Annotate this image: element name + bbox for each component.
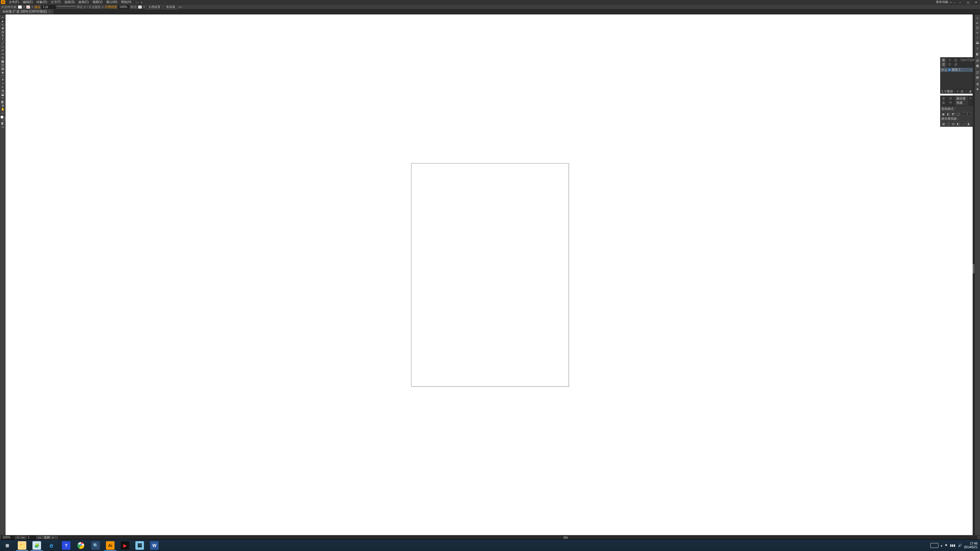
- tab-opentype[interactable]: OpenType: [959, 57, 976, 67]
- tool-eyedropper[interactable]: ≡: [0, 85, 5, 89]
- style-swatch[interactable]: [138, 5, 142, 9]
- stroke-weight-input[interactable]: [41, 5, 56, 9]
- status-menu-icon[interactable]: ▸: [52, 536, 54, 539]
- fill-swatch[interactable]: [18, 5, 22, 9]
- panel-menu-icon[interactable]: ≡: [976, 57, 980, 67]
- tool-expand-icon[interactable]: »: [0, 15, 5, 19]
- task-word[interactable]: W: [147, 540, 162, 551]
- style-dropdown-icon[interactable]: ▾: [143, 5, 145, 9]
- gutter-gradient-icon[interactable]: ↔: [975, 35, 980, 40]
- tool-graph[interactable]: ⌗: [0, 96, 5, 100]
- tool-hand[interactable]: ✋: [0, 107, 5, 111]
- tool-slice[interactable]: ⊘: [0, 103, 5, 107]
- screen-mode-icon[interactable]: ▭: [0, 125, 5, 129]
- tool-artboard[interactable]: ◧: [0, 100, 5, 103]
- gutter-swatches-icon[interactable]: ◫: [975, 25, 980, 30]
- minimize-button[interactable]: ─: [957, 0, 963, 4]
- gutter-transparency-icon[interactable]: ⬓: [975, 40, 980, 45]
- workspace-dropdown-icon[interactable]: ▾: [950, 1, 951, 4]
- minus-back-icon[interactable]: ◨: [966, 122, 970, 125]
- tab-transform[interactable]: 变换: [940, 96, 948, 106]
- flag-icon[interactable]: ⚑: [945, 544, 948, 547]
- tab-pathfinder[interactable]: 路径查找器: [955, 96, 968, 106]
- menu-type[interactable]: 文字(T): [49, 0, 63, 4]
- tool-rectangle[interactable]: ▭: [0, 45, 5, 48]
- align-icon[interactable]: ⫞▾: [178, 5, 181, 9]
- task-explorer[interactable]: 📁: [15, 540, 29, 551]
- tool-direct-selection[interactable]: ↖: [0, 23, 5, 26]
- menu-file[interactable]: 文件(F): [7, 0, 21, 4]
- exclude-icon[interactable]: ◫: [956, 112, 960, 116]
- ime-icon[interactable]: [931, 543, 939, 548]
- layer-expand-icon[interactable]: ▸: [945, 68, 947, 71]
- task-help[interactable]: ?: [59, 540, 73, 551]
- new-layer-icon[interactable]: ▫: [965, 90, 968, 93]
- outline-icon[interactable]: ▭: [961, 122, 965, 125]
- tool-free-transform[interactable]: ▤: [0, 67, 5, 70]
- artboard-nav-next-icon[interactable]: ▸▸: [38, 536, 41, 539]
- artboard-nav-prev-icon[interactable]: ◂◂: [21, 536, 24, 539]
- stroke-dropdown-icon[interactable]: ▾: [32, 5, 33, 9]
- tool-pencil[interactable]: ✂: [0, 52, 5, 56]
- tab-paragraph[interactable]: 段落: [953, 57, 959, 67]
- doc-setup-button[interactable]: 文档设置: [146, 5, 162, 10]
- tool-pen[interactable]: ✎: [0, 34, 5, 37]
- zoom-input[interactable]: [1, 536, 15, 539]
- task-app-1[interactable]: 🧩: [29, 540, 44, 551]
- maximize-button[interactable]: ◻: [965, 0, 971, 4]
- fill-dropdown-icon[interactable]: ▾: [23, 5, 25, 9]
- workspace-switcher[interactable]: 基本功能: [936, 0, 948, 4]
- tray-clock[interactable]: 17:46 2014/5/21: [964, 542, 978, 549]
- tool-lasso[interactable]: ⊡: [0, 30, 5, 34]
- tool-rotate[interactable]: ↻: [0, 56, 5, 59]
- document-tab[interactable]: 未标题-1* @ 100% (CMYK/预览) ×: [0, 9, 54, 14]
- vertical-scroll-thumb[interactable]: [973, 264, 975, 273]
- new-sublayer-icon[interactable]: ⊞: [960, 90, 964, 93]
- brush-tip-label[interactable]: 5 点圆形: [89, 5, 101, 9]
- gutter-appearance-icon[interactable]: ◫: [975, 70, 980, 75]
- delete-layer-icon[interactable]: 🗑: [969, 90, 972, 93]
- tab-character[interactable]: 字符: [947, 57, 953, 67]
- tool-selection[interactable]: ▲: [0, 19, 5, 23]
- tray-expand-icon[interactable]: ▴: [941, 544, 942, 547]
- gutter-paragraph-icon[interactable]: ◧: [975, 51, 980, 56]
- menu-extra-icon[interactable]: ▾: [141, 1, 142, 4]
- tool-zoom[interactable]: ⌕: [0, 111, 5, 114]
- crop-icon[interactable]: ◧: [956, 122, 960, 125]
- intersect-icon[interactable]: ◩: [951, 112, 955, 116]
- tool-mesh[interactable]: ✦: [0, 78, 5, 81]
- stroke-swatch[interactable]: [26, 5, 30, 9]
- menu-help[interactable]: 帮助(H): [119, 0, 133, 4]
- tool-shape-builder[interactable]: ◈: [0, 70, 5, 74]
- merge-icon[interactable]: ▤: [951, 122, 955, 125]
- gutter-character-icon[interactable]: T: [975, 46, 980, 51]
- trim-icon[interactable]: ◫: [946, 122, 950, 125]
- artboard[interactable]: [411, 163, 569, 387]
- tool-gradient[interactable]: ✧: [0, 81, 5, 85]
- expand-button[interactable]: 扩展: [961, 112, 970, 116]
- prefs-button[interactable]: 首选项: [164, 5, 177, 10]
- network-icon[interactable]: ▮▮▮: [950, 544, 956, 547]
- opacity-input[interactable]: [118, 5, 129, 9]
- task-photos[interactable]: 🖼: [132, 540, 147, 551]
- stroke-label[interactable]: 描边: [34, 5, 40, 9]
- tool-width[interactable]: ◫: [0, 63, 5, 67]
- tool-scale[interactable]: ▦: [0, 59, 5, 63]
- tool-perspective[interactable]: ⬚: [0, 74, 5, 78]
- divide-icon[interactable]: ▦: [942, 122, 945, 125]
- color-mode-icon[interactable]: ◧: [0, 121, 5, 125]
- task-chrome[interactable]: [73, 540, 88, 551]
- fill-stroke-indicator[interactable]: [0, 115, 5, 120]
- layer-target-icon[interactable]: ○: [970, 68, 972, 71]
- search-icon[interactable]: ⌕: [953, 1, 955, 4]
- gutter-expand-icon[interactable]: «: [975, 15, 980, 20]
- menu-select[interactable]: 选择(S): [62, 0, 76, 4]
- gutter-layers-icon[interactable]: ⊞: [975, 81, 980, 86]
- tool-brush[interactable]: ✐: [0, 48, 5, 52]
- start-button[interactable]: ⊞: [0, 540, 15, 551]
- locate-layer-icon[interactable]: ⌖: [956, 90, 959, 93]
- panel-menu-icon[interactable]: ≡: [968, 96, 973, 106]
- task-media[interactable]: ▶: [118, 540, 132, 551]
- layer-name[interactable]: 图层 1: [952, 68, 960, 72]
- unite-icon[interactable]: ◼: [942, 112, 945, 116]
